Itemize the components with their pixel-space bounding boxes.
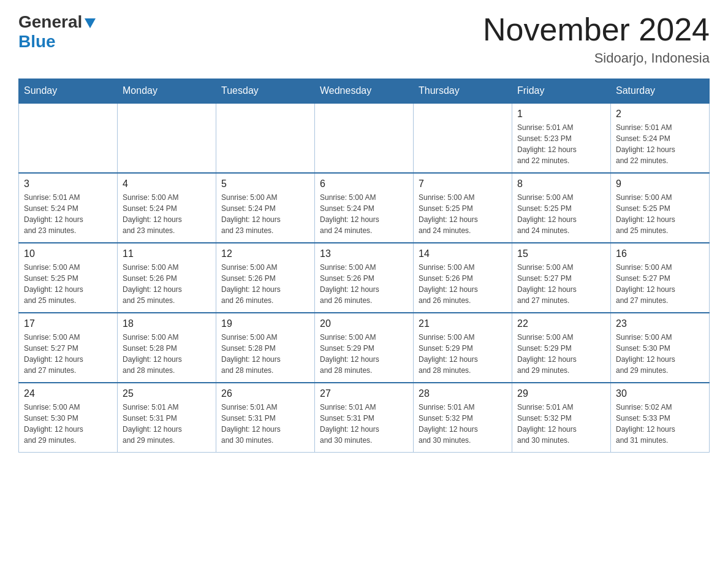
column-header-wednesday: Wednesday	[315, 79, 414, 104]
day-number: 23	[616, 318, 704, 329]
calendar-cell: 4Sunrise: 5:00 AM Sunset: 5:24 PM Daylig…	[118, 173, 216, 243]
day-number: 7	[419, 178, 507, 190]
day-info: Sunrise: 5:00 AM Sunset: 5:30 PM Dayligh…	[24, 402, 112, 446]
calendar-cell: 26Sunrise: 5:01 AM Sunset: 5:31 PM Dayli…	[216, 383, 315, 453]
calendar-cell	[118, 103, 216, 173]
calendar-cell: 20Sunrise: 5:00 AM Sunset: 5:29 PM Dayli…	[315, 313, 414, 383]
day-number: 26	[221, 388, 309, 399]
calendar-cell: 8Sunrise: 5:00 AM Sunset: 5:25 PM Daylig…	[512, 173, 611, 243]
calendar-cell: 30Sunrise: 5:02 AM Sunset: 5:33 PM Dayli…	[611, 383, 710, 453]
calendar-cell: 12Sunrise: 5:00 AM Sunset: 5:26 PM Dayli…	[216, 243, 315, 313]
day-number: 17	[24, 318, 112, 329]
day-number: 4	[123, 178, 211, 190]
calendar-cell: 1Sunrise: 5:01 AM Sunset: 5:23 PM Daylig…	[512, 103, 611, 173]
day-number: 27	[320, 388, 408, 399]
day-number: 11	[123, 248, 211, 259]
calendar-cell: 6Sunrise: 5:00 AM Sunset: 5:24 PM Daylig…	[315, 173, 414, 243]
day-info: Sunrise: 5:00 AM Sunset: 5:25 PM Dayligh…	[24, 262, 112, 306]
calendar-cell: 18Sunrise: 5:00 AM Sunset: 5:28 PM Dayli…	[118, 313, 216, 383]
day-info: Sunrise: 5:00 AM Sunset: 5:27 PM Dayligh…	[24, 332, 112, 376]
day-info: Sunrise: 5:01 AM Sunset: 5:23 PM Dayligh…	[517, 122, 605, 166]
column-header-saturday: Saturday	[611, 79, 710, 104]
day-info: Sunrise: 5:01 AM Sunset: 5:32 PM Dayligh…	[419, 402, 507, 446]
day-number: 14	[419, 248, 507, 259]
location-title: Sidoarjo, Indonesia	[483, 50, 710, 66]
day-info: Sunrise: 5:00 AM Sunset: 5:25 PM Dayligh…	[517, 192, 605, 236]
calendar-cell: 2Sunrise: 5:01 AM Sunset: 5:24 PM Daylig…	[611, 103, 710, 173]
day-info: Sunrise: 5:00 AM Sunset: 5:26 PM Dayligh…	[123, 262, 211, 306]
day-number: 10	[24, 248, 112, 259]
day-number: 3	[24, 178, 112, 190]
day-number: 30	[616, 388, 704, 399]
day-info: Sunrise: 5:01 AM Sunset: 5:24 PM Dayligh…	[24, 192, 112, 236]
day-info: Sunrise: 5:00 AM Sunset: 5:26 PM Dayligh…	[221, 262, 309, 306]
column-header-monday: Monday	[118, 79, 216, 104]
day-info: Sunrise: 5:00 AM Sunset: 5:26 PM Dayligh…	[419, 262, 507, 306]
column-header-tuesday: Tuesday	[216, 79, 315, 104]
week-row-3: 10Sunrise: 5:00 AM Sunset: 5:25 PM Dayli…	[19, 243, 710, 313]
calendar-cell: 27Sunrise: 5:01 AM Sunset: 5:31 PM Dayli…	[315, 383, 414, 453]
calendar-cell: 3Sunrise: 5:01 AM Sunset: 5:24 PM Daylig…	[19, 173, 118, 243]
calendar-cell	[315, 103, 414, 173]
day-number: 16	[616, 248, 704, 259]
column-header-thursday: Thursday	[414, 79, 512, 104]
day-number: 5	[221, 178, 309, 190]
calendar-cell: 25Sunrise: 5:01 AM Sunset: 5:31 PM Dayli…	[118, 383, 216, 453]
day-info: Sunrise: 5:02 AM Sunset: 5:33 PM Dayligh…	[616, 402, 704, 446]
logo: General Blue	[18, 12, 97, 52]
day-number: 25	[123, 388, 211, 399]
calendar-cell: 24Sunrise: 5:00 AM Sunset: 5:30 PM Dayli…	[19, 383, 118, 453]
week-row-1: 1Sunrise: 5:01 AM Sunset: 5:23 PM Daylig…	[19, 103, 710, 173]
calendar-cell: 28Sunrise: 5:01 AM Sunset: 5:32 PM Dayli…	[414, 383, 512, 453]
day-number: 28	[419, 388, 507, 399]
day-info: Sunrise: 5:00 AM Sunset: 5:30 PM Dayligh…	[616, 332, 704, 376]
page-header: General Blue November 2024 Sidoarjo, Ind…	[18, 12, 710, 66]
column-header-sunday: Sunday	[19, 79, 118, 104]
calendar-table: SundayMondayTuesdayWednesdayThursdayFrid…	[18, 79, 710, 453]
day-info: Sunrise: 5:00 AM Sunset: 5:24 PM Dayligh…	[221, 192, 309, 236]
calendar-cell: 5Sunrise: 5:00 AM Sunset: 5:24 PM Daylig…	[216, 173, 315, 243]
day-number: 20	[320, 318, 408, 329]
calendar-cell: 22Sunrise: 5:00 AM Sunset: 5:29 PM Dayli…	[512, 313, 611, 383]
day-info: Sunrise: 5:00 AM Sunset: 5:29 PM Dayligh…	[419, 332, 507, 376]
day-info: Sunrise: 5:01 AM Sunset: 5:31 PM Dayligh…	[221, 402, 309, 446]
day-number: 1	[517, 109, 605, 120]
calendar-cell: 23Sunrise: 5:00 AM Sunset: 5:30 PM Dayli…	[611, 313, 710, 383]
day-info: Sunrise: 5:01 AM Sunset: 5:31 PM Dayligh…	[320, 402, 408, 446]
calendar-cell: 9Sunrise: 5:00 AM Sunset: 5:25 PM Daylig…	[611, 173, 710, 243]
day-info: Sunrise: 5:00 AM Sunset: 5:28 PM Dayligh…	[221, 332, 309, 376]
calendar-cell: 17Sunrise: 5:00 AM Sunset: 5:27 PM Dayli…	[19, 313, 118, 383]
day-info: Sunrise: 5:01 AM Sunset: 5:31 PM Dayligh…	[123, 402, 211, 446]
day-number: 6	[320, 178, 408, 190]
day-info: Sunrise: 5:00 AM Sunset: 5:24 PM Dayligh…	[320, 192, 408, 236]
day-info: Sunrise: 5:00 AM Sunset: 5:27 PM Dayligh…	[616, 262, 704, 306]
day-number: 18	[123, 318, 211, 329]
day-info: Sunrise: 5:00 AM Sunset: 5:28 PM Dayligh…	[123, 332, 211, 376]
day-number: 21	[419, 318, 507, 329]
day-number: 9	[616, 178, 704, 190]
calendar-cell: 7Sunrise: 5:00 AM Sunset: 5:25 PM Daylig…	[414, 173, 512, 243]
calendar-cell: 11Sunrise: 5:00 AM Sunset: 5:26 PM Dayli…	[118, 243, 216, 313]
month-title: November 2024	[483, 12, 710, 47]
column-header-friday: Friday	[512, 79, 611, 104]
day-number: 2	[616, 109, 704, 120]
day-info: Sunrise: 5:00 AM Sunset: 5:29 PM Dayligh…	[320, 332, 408, 376]
calendar-cell: 16Sunrise: 5:00 AM Sunset: 5:27 PM Dayli…	[611, 243, 710, 313]
calendar-cell: 14Sunrise: 5:00 AM Sunset: 5:26 PM Dayli…	[414, 243, 512, 313]
calendar-cell: 10Sunrise: 5:00 AM Sunset: 5:25 PM Dayli…	[19, 243, 118, 313]
calendar-cell	[19, 103, 118, 173]
logo-general-text: General	[18, 12, 82, 32]
calendar-header-row: SundayMondayTuesdayWednesdayThursdayFrid…	[19, 79, 710, 104]
week-row-5: 24Sunrise: 5:00 AM Sunset: 5:30 PM Dayli…	[19, 383, 710, 453]
day-info: Sunrise: 5:00 AM Sunset: 5:24 PM Dayligh…	[123, 192, 211, 236]
day-info: Sunrise: 5:00 AM Sunset: 5:29 PM Dayligh…	[517, 332, 605, 376]
day-info: Sunrise: 5:00 AM Sunset: 5:25 PM Dayligh…	[419, 192, 507, 236]
day-number: 13	[320, 248, 408, 259]
calendar-cell	[414, 103, 512, 173]
calendar-cell: 21Sunrise: 5:00 AM Sunset: 5:29 PM Dayli…	[414, 313, 512, 383]
calendar-cell: 19Sunrise: 5:00 AM Sunset: 5:28 PM Dayli…	[216, 313, 315, 383]
day-number: 12	[221, 248, 309, 259]
logo-triangle-icon	[83, 16, 97, 29]
day-info: Sunrise: 5:01 AM Sunset: 5:32 PM Dayligh…	[517, 402, 605, 446]
day-number: 19	[221, 318, 309, 329]
